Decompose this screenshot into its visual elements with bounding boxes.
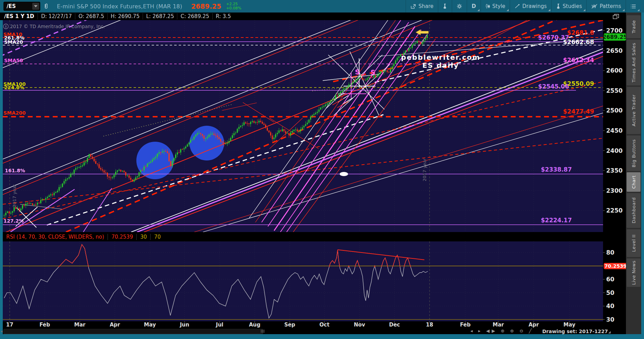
svg-text:2017 © TD Ameritrade IP Compan: 2017 © TD Ameritrade IP Company, Inc. (10, 24, 105, 29)
svg-text:$2224.17: $2224.17 (541, 217, 572, 224)
resize-corner-icon[interactable] (608, 331, 611, 333)
right-sidebar: TradeTimes And SalesActive TraderBig But… (626, 13, 641, 334)
svg-text:2550: 2550 (606, 87, 622, 94)
symbol-dropdown-caret-icon[interactable] (32, 3, 39, 10)
top-toolbar: /ES E-mini S&P 500 Index Futures,ETH (MA… (0, 0, 644, 13)
toolbar-buttons: Share D Style Drawings Studies Patterns (406, 0, 644, 13)
bottom-window-edge (0, 334, 644, 339)
sidebar-tab-trade[interactable]: Trade (627, 15, 641, 38)
chart-symbol-timeframe: /ES 1 Y 1D (0, 13, 37, 19)
ellipse-marker[interactable] (340, 172, 348, 176)
date-field: D: 12/27/17 (37, 13, 75, 19)
link-icon[interactable] (44, 3, 49, 9)
svg-text:Apr: Apr (110, 322, 120, 328)
svg-text:$2662.68: $2662.68 (563, 39, 594, 46)
left-window-edge (0, 13, 3, 334)
rsi-plot-bg (3, 241, 603, 321)
scroll-left-arrow-icon[interactable]: ◂ (1, 329, 2, 333)
svg-text:Mar: Mar (74, 322, 86, 328)
settings-button[interactable] (452, 0, 467, 13)
change-percent: +0.08% (226, 6, 242, 10)
svg-text:2689.25: 2689.25 (603, 34, 627, 40)
svg-text:$2338.87: $2338.87 (541, 166, 572, 173)
sidebar-tab-big-buttons[interactable]: Big Buttons (627, 135, 641, 171)
range-field: R: 3.5 (212, 13, 234, 19)
analyze-button[interactable] (438, 0, 452, 13)
high-field: H: 2690.75 (107, 13, 143, 19)
study-label: 161.8% (5, 168, 25, 173)
wave-letter: S (371, 68, 375, 76)
rsi-value: 70.2539 (108, 234, 136, 240)
watermark-text: pebblewriter.com (401, 53, 480, 61)
svg-text:2650: 2650 (606, 47, 622, 54)
chart-style-icon (485, 3, 490, 9)
studies-label: Studies (563, 3, 582, 9)
svg-text:Feb: Feb (460, 322, 471, 328)
svg-text:2600: 2600 (606, 67, 622, 74)
rsi-header: RSI (14, 70, 30, CLOSE, WILDERS, no) 70.… (3, 232, 626, 241)
copyright-note: !2017 © TD Ameritrade IP Company, Inc. (3, 24, 105, 29)
price-chart[interactable]: $2681.8$2670.37$2662.68$2612.34$2550.09$… (0, 0, 644, 339)
svg-text:Jun: Jun (180, 322, 189, 328)
drawings-icon (515, 4, 520, 9)
instrument-title: E-mini S&P 500 Index Futures,ETH (MAR 18… (57, 3, 182, 10)
year-label: 2017 year (12, 184, 17, 207)
wave-letter: S (355, 68, 360, 76)
open-field: O: 2687.5 (75, 13, 107, 19)
study-label: 127.2% (3, 218, 24, 224)
style-button[interactable]: Style (481, 0, 510, 13)
svg-text:Dec: Dec (389, 322, 400, 328)
sidebar-tab-active-trader[interactable]: Active Trader (627, 87, 641, 134)
svg-text:$2477.49: $2477.49 (563, 108, 594, 115)
chart-nav-controls[interactable]: ◂ ▸ ◀▶ ⊕ ⊕ ⊖ ╱ (471, 328, 534, 333)
sidebar-tab-live-news[interactable]: Live News (627, 258, 641, 287)
patterns-icon (591, 4, 598, 9)
studies-flask-icon (556, 3, 561, 9)
symbol-input[interactable]: /ES (3, 2, 40, 11)
price-change: +2.25 +0.08% (226, 2, 242, 10)
svg-text:2400: 2400 (606, 147, 622, 154)
share-icon (410, 4, 416, 9)
drawings-button[interactable]: Drawings (510, 0, 551, 13)
list-menu-button[interactable] (626, 0, 641, 13)
sidebar-tab-chart[interactable]: Chart (627, 172, 641, 192)
sidebar-tab-dashboard[interactable]: Dashboard (627, 193, 641, 228)
list-icon (630, 4, 636, 9)
svg-text:60: 60 (606, 276, 615, 283)
patterns-label: Patterns (600, 3, 621, 9)
right-window-edge (641, 13, 644, 334)
bottom-bar: ◂ ◂ ▸ ◀▶ ⊕ ⊕ ⊖ ╱ Drawing set: 2017-1227 (3, 328, 626, 334)
svg-text:!: ! (5, 25, 7, 29)
share-button[interactable]: Share (406, 0, 438, 13)
svg-text:Apr: Apr (528, 322, 539, 328)
watermark-text: ES daily (422, 61, 459, 69)
drawing-set-label[interactable]: Drawing set: 2017-1227 (542, 329, 608, 334)
scrollbar-grip[interactable] (261, 330, 265, 333)
study-label: SMA50 (4, 58, 23, 63)
svg-text:$2681.8: $2681.8 (567, 29, 594, 36)
maximize-chart-icon[interactable] (613, 14, 619, 21)
timeframe-label: D (472, 3, 476, 9)
svg-text:Mar: Mar (493, 322, 504, 328)
sidebar-tab-level-ii[interactable]: Level II (627, 229, 641, 257)
svg-text:80: 80 (606, 249, 615, 256)
rsi-study-label[interactable]: RSI (14, 70, 30, CLOSE, WILDERS, no) (3, 234, 108, 240)
studies-button[interactable]: Studies (551, 0, 587, 13)
chart-h-scrollbar[interactable] (3, 329, 263, 334)
rsi-overbought-level: 70 (151, 234, 164, 240)
svg-text:Nov: Nov (354, 322, 365, 328)
gear-icon (457, 3, 462, 9)
low-field: L: 2687.25 (143, 13, 177, 19)
timeframe-button[interactable]: D (467, 0, 480, 13)
svg-text:30: 30 (606, 316, 615, 323)
style-label: Style (492, 3, 506, 9)
last-price: 2689.25 (191, 2, 221, 10)
drawings-label: Drawings (522, 3, 546, 9)
svg-text:70.2539: 70.2539 (604, 263, 627, 269)
svg-text:18: 18 (426, 322, 433, 328)
close-field: C: 2689.25 (177, 13, 212, 19)
svg-text:2350: 2350 (606, 167, 622, 174)
svg-text:2250: 2250 (606, 207, 622, 214)
sidebar-tab-times-and-sales[interactable]: Times And Sales (627, 40, 641, 85)
patterns-button[interactable]: Patterns (586, 0, 626, 13)
